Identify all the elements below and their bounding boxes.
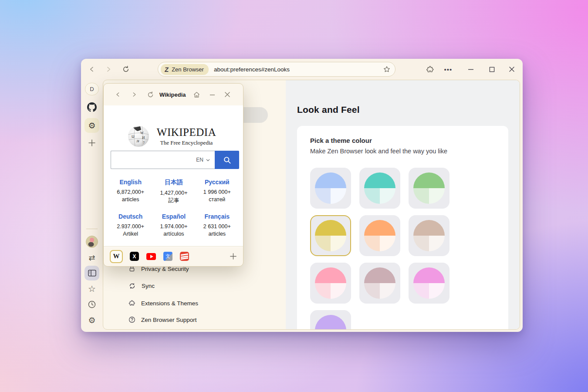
sync-icon — [128, 282, 136, 290]
web-panel-header[interactable]: Wikipedia — [104, 84, 243, 105]
swatch-circle — [364, 220, 395, 251]
settings-nav-sync[interactable]: Sync — [128, 279, 155, 292]
quick-site-youtube[interactable] — [146, 253, 156, 260]
theme-swatch-mauve[interactable] — [359, 263, 400, 304]
minimize-window-button[interactable] — [464, 63, 477, 76]
language-link[interactable]: Français 2 631 000+articles — [196, 213, 239, 238]
theme-swatch-orchid[interactable] — [409, 263, 449, 304]
chevron-left-icon — [115, 91, 121, 98]
theme-swatch-blue[interactable] — [310, 168, 351, 209]
gear-icon: ⚙ — [88, 315, 95, 325]
github-icon — [87, 102, 97, 112]
theme-swatch-orange[interactable] — [359, 215, 400, 256]
theme-swatch-yellow[interactable] — [310, 215, 351, 256]
sidebar-layout-icon — [88, 270, 96, 277]
panel-home-button[interactable] — [191, 89, 203, 100]
close-icon — [224, 91, 230, 98]
chevron-down-icon — [206, 158, 210, 162]
svg-text:Ω: Ω — [132, 134, 135, 139]
wikipedia-search-input[interactable]: EN — [111, 151, 215, 169]
close-window-button[interactable] — [505, 63, 518, 76]
plus-icon — [230, 253, 237, 260]
workspace-indicator[interactable]: D — [85, 83, 99, 95]
chevron-left-icon — [88, 66, 95, 73]
workspace-sidebar: D ⚙ ⇄ ☆ ⚙ — [81, 80, 103, 332]
panel-back-button[interactable] — [112, 89, 124, 100]
language-link[interactable]: Русский 1 996 000+статей — [196, 179, 239, 204]
reload-icon — [122, 65, 130, 73]
theme-swatch-tan[interactable] — [409, 215, 449, 256]
theme-swatch-purple[interactable] — [310, 310, 351, 330]
language-link[interactable]: 日本語 1,427,000+記事 — [152, 179, 195, 204]
avatar — [86, 236, 98, 248]
bookmark-star-icon[interactable] — [383, 65, 391, 73]
pinned-tab-github[interactable] — [84, 100, 99, 115]
quick-site-wikipedia-active[interactable]: W — [110, 250, 123, 263]
wikipedia-search-button[interactable] — [215, 151, 239, 169]
swatch-circle — [315, 315, 346, 330]
minimize-icon — [210, 92, 215, 98]
theme-swatch-green[interactable] — [409, 168, 449, 209]
language-link[interactable]: Deutsch 2.937.000+Artikel — [109, 213, 152, 238]
wikipedia-globe-icon: Ω W И 𝒲 7 — [127, 124, 150, 148]
url-text[interactable]: about:preferences#zenLooks — [214, 66, 290, 73]
swatch-circle — [364, 267, 395, 299]
panel-minimize-button[interactable] — [207, 89, 218, 100]
page-title: Look and Feel — [297, 105, 360, 115]
wikipedia-logo-block: Ω W И 𝒲 7 WIKIPEDIA The Free Encyclopedi… — [104, 124, 243, 149]
add-quick-site-button[interactable] — [230, 253, 237, 260]
theme-swatch-pink[interactable] — [310, 263, 351, 304]
theme-section-subtitle: Make Zen Browser look and feel the way y… — [310, 148, 447, 155]
swatch-circle — [413, 267, 445, 299]
home-icon — [193, 91, 200, 98]
app-menu-button[interactable]: ••• — [442, 63, 455, 76]
url-bar[interactable]: Z Zen Browser about:preferences#zenLooks — [158, 62, 395, 77]
forward-button[interactable] — [102, 63, 115, 76]
new-tab-button[interactable] — [84, 135, 99, 150]
close-icon — [509, 66, 515, 72]
settings-nav-extensions[interactable]: Extensions & Themes — [128, 297, 198, 310]
history-button[interactable] — [84, 297, 99, 312]
settings-nav-label: Sync — [142, 283, 155, 289]
toggle-sidebar-button[interactable] — [84, 266, 99, 280]
quick-site-x[interactable]: X — [130, 252, 139, 261]
bookmarks-button[interactable]: ☆ — [84, 281, 99, 296]
settings-nav-support[interactable]: Zen Browser Support — [128, 313, 197, 326]
preferences-main-pane: Look and Feel Pick a theme colour Make Z… — [286, 80, 520, 329]
language-link[interactable]: English 6,872,000+articles — [109, 179, 152, 204]
youtube-play-icon — [150, 255, 153, 258]
star-icon: ☆ — [88, 284, 96, 294]
panel-reload-button[interactable] — [145, 89, 156, 100]
language-link[interactable]: Español 1.974.000+artículos — [152, 213, 195, 238]
swatch-circle — [413, 220, 445, 251]
maximize-window-button[interactable] — [485, 63, 498, 76]
language-selector[interactable]: EN — [196, 157, 203, 163]
profile-avatar[interactable] — [84, 234, 99, 249]
wikipedia-page: Ω W И 𝒲 7 WIKIPEDIA The Free Encyclopedi… — [104, 105, 243, 247]
theme-swatch-teal[interactable] — [359, 168, 400, 209]
web-panel-quick-sites: W X 文 — [104, 246, 243, 266]
swatch-circle — [315, 220, 346, 251]
sidebar-divider — [86, 229, 98, 229]
minimize-icon — [468, 66, 474, 72]
quick-site-todoist[interactable] — [180, 252, 189, 261]
wikipedia-wordmark: WIKIPEDIA — [154, 126, 219, 139]
search-icon — [223, 156, 231, 164]
site-identity-label: Zen Browser — [172, 66, 204, 73]
site-identity-badge[interactable]: Z Zen Browser — [161, 64, 209, 75]
toolbar-right-controls: ••• — [423, 59, 518, 80]
theme-card: Pick a theme colour Make Zen Browser loo… — [297, 126, 508, 330]
swatch-circle — [315, 267, 346, 299]
extensions-button[interactable] — [423, 63, 436, 76]
workspace-switcher-button[interactable]: ⇄ — [84, 250, 99, 265]
web-panel-window[interactable]: Wikipedia — [103, 83, 243, 267]
settings-button[interactable]: ⚙ — [84, 313, 99, 328]
back-button[interactable] — [85, 63, 98, 76]
settings-nav-label: Extensions & Themes — [141, 300, 198, 307]
reload-button[interactable] — [119, 63, 132, 76]
panel-forward-button[interactable] — [128, 89, 140, 100]
pinned-tab-settings-active[interactable]: ⚙ — [84, 118, 99, 133]
panel-close-button[interactable] — [222, 89, 233, 100]
quick-site-google-translate[interactable]: 文 — [163, 252, 172, 261]
theme-section-title: Pick a theme colour — [310, 137, 372, 144]
